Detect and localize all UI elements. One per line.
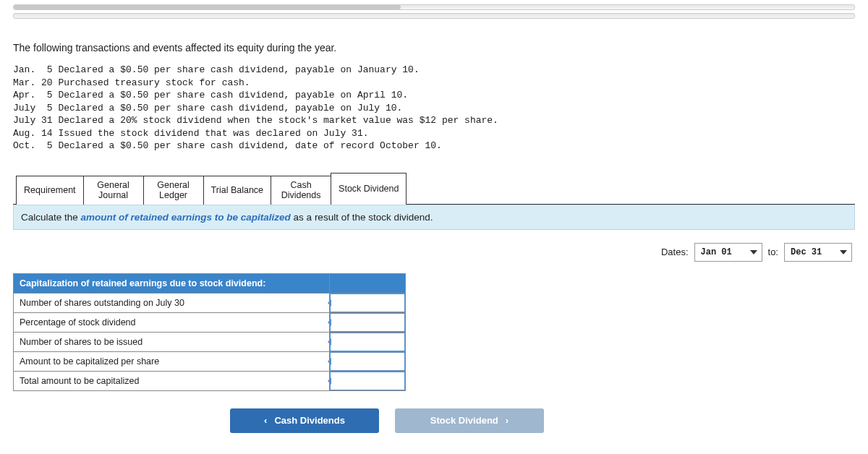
prev-button-label: Cash Dividends [274, 415, 345, 426]
prev-button[interactable]: ‹ Cash Dividends [230, 408, 379, 433]
chevron-right-icon: › [506, 415, 509, 426]
row-label: Total amount to be capitalized [14, 371, 330, 390]
capitalization-table: Capitalization of retained earnings due … [13, 273, 406, 391]
table-row: Percentage of stock dividend [14, 312, 406, 332]
table-row: Total amount to be capitalized [14, 371, 406, 390]
tab-stock-dividend[interactable]: Stock Dividend [331, 173, 407, 205]
dates-label: Dates: [661, 247, 689, 257]
row-value-input[interactable] [330, 332, 406, 351]
instruction-bar: Calculate the amount of retained earning… [13, 205, 855, 230]
dates-row: Dates: Jan 01 to: Dec 31 [13, 230, 855, 273]
tab-trial-balance[interactable]: Trial Balance [203, 176, 272, 205]
row-value-input[interactable] [330, 293, 406, 312]
table-row: Number of shares to be issued [14, 332, 406, 351]
instruction-highlight: amount of retained earnings to be capita… [81, 212, 291, 223]
horizontal-scrollbars[interactable] [13, 4, 855, 26]
tab-requirement[interactable]: Requirement [16, 176, 84, 205]
row-label: Number of shares to be issued [14, 332, 330, 351]
tab-cash-dividends[interactable]: Cash Dividends [271, 176, 331, 205]
date-to-value: Dec 31 [791, 247, 822, 257]
row-value-input[interactable] [330, 312, 406, 332]
instruction-prefix: Calculate the [21, 212, 81, 223]
table-row: Number of shares outstanding on July 30 [14, 293, 406, 312]
chevron-down-icon [750, 250, 757, 254]
tab-general-journal[interactable]: General Journal [83, 176, 144, 205]
date-from-select[interactable]: Jan 01 [694, 243, 762, 262]
date-to-select[interactable]: Dec 31 [784, 243, 852, 262]
chevron-left-icon: ‹ [264, 415, 267, 426]
nav-buttons: ‹ Cash Dividends Stock Dividend › [230, 408, 855, 433]
dates-to-label: to: [768, 247, 778, 257]
row-label: Number of shares outstanding on July 30 [14, 293, 330, 312]
tab-general-ledger[interactable]: General Ledger [143, 176, 204, 205]
table-header-value [330, 273, 406, 293]
next-button[interactable]: Stock Dividend › [395, 408, 544, 433]
tab-strip: RequirementGeneral JournalGeneral Ledger… [16, 173, 855, 205]
instruction-suffix: as a result of the stock dividend. [291, 212, 433, 223]
date-from-value: Jan 01 [701, 247, 732, 257]
table-row: Amount to be capitalized per share [14, 351, 406, 371]
row-label: Percentage of stock dividend [14, 312, 330, 332]
transactions-block: Jan. 5 Declared a $0.50 per share cash d… [13, 64, 855, 153]
table-header: Capitalization of retained earnings due … [14, 273, 330, 293]
row-label: Amount to be capitalized per share [14, 351, 330, 371]
row-value-input[interactable] [330, 371, 406, 390]
next-button-label: Stock Dividend [430, 415, 498, 426]
intro-text: The following transactions and events af… [13, 42, 855, 53]
row-value-input[interactable] [330, 351, 406, 371]
chevron-down-icon [840, 250, 847, 254]
